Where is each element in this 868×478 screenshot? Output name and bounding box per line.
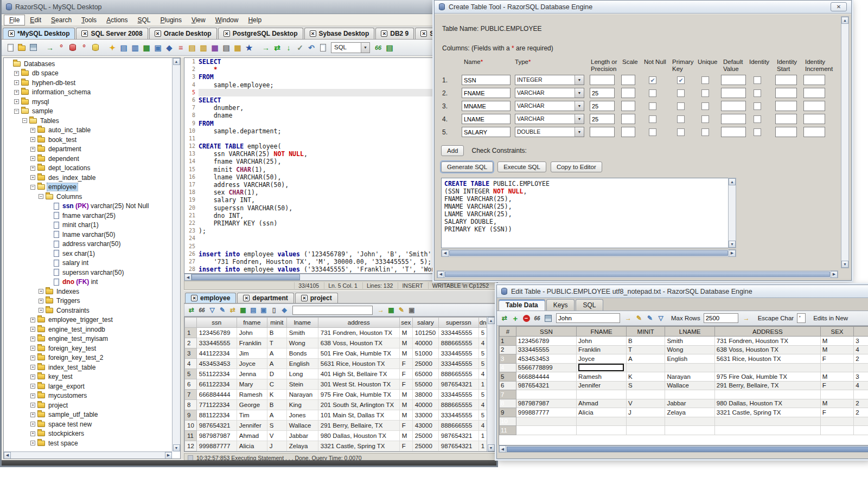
default-value-input[interactable] <box>721 75 746 85</box>
results-cell[interactable]: J <box>267 441 286 451</box>
tree-expander-icon[interactable]: + <box>30 166 35 171</box>
scale-input[interactable] <box>621 127 635 137</box>
unique-checkbox[interactable] <box>701 89 709 97</box>
generate-sql-icon[interactable]: ▤ <box>248 305 258 315</box>
edit-cell[interactable]: John <box>577 337 627 346</box>
results-cell[interactable]: A <box>267 348 286 359</box>
not-null-checkbox[interactable] <box>649 128 656 136</box>
results-column-header[interactable]: address <box>318 318 399 328</box>
edit-cell[interactable] <box>714 363 820 372</box>
results-column-header[interactable]: fname <box>237 318 267 328</box>
results-cell[interactable]: S <box>267 421 286 431</box>
row-number[interactable]: 6 <box>185 379 197 390</box>
table-row[interactable]: 45566778899 <box>500 363 868 372</box>
chevron-down-icon[interactable]: ▼ <box>361 43 369 53</box>
row-number[interactable]: 5 <box>500 372 516 382</box>
results-cell[interactable]: D <box>267 369 286 379</box>
identity-increment-input[interactable] <box>803 75 825 85</box>
row-number[interactable]: 10 <box>500 417 516 426</box>
table-row[interactable]: 10987654321JenniferSWallace291 Berry, Be… <box>185 421 491 431</box>
open-file-icon[interactable] <box>16 42 27 53</box>
scroll-up-icon[interactable]: ▲ <box>488 317 495 324</box>
filter-icon[interactable]: ▽ <box>656 313 666 323</box>
edit-column-header[interactable]: # <box>500 327 516 337</box>
results-cell[interactable]: 123456789 <box>196 328 237 338</box>
edit-column-header[interactable]: SSN <box>516 327 576 337</box>
results-cell[interactable]: Alicia <box>237 441 267 451</box>
primary-key-checkbox[interactable] <box>677 115 685 123</box>
results-cell[interactable]: M <box>399 348 412 359</box>
row-number[interactable]: 11 <box>185 431 197 441</box>
column-type-select[interactable]: DOUBLE▼ <box>515 127 584 137</box>
edit-cell[interactable] <box>820 390 853 399</box>
menu-item-help[interactable]: Help <box>243 15 266 25</box>
results-cell[interactable]: 333445555 <box>438 390 478 400</box>
chevron-down-icon[interactable]: ▼ <box>575 114 584 124</box>
commit-icon[interactable] <box>67 42 78 53</box>
table-row[interactable]: 4453453453JoyceAEnglish5631 Rice, Housto… <box>185 359 491 369</box>
results-cell[interactable]: 666884444 <box>196 390 237 400</box>
edit-cell[interactable]: 2 <box>854 399 868 408</box>
results-search-input[interactable] <box>292 306 373 315</box>
alter-table-icon[interactable]: ▦ <box>209 42 220 53</box>
execute-fetch-icon[interactable]: ↓ <box>283 42 294 53</box>
max-rows-go-icon[interactable]: → <box>742 313 751 323</box>
menu-item-edit[interactable]: Edit <box>25 15 46 25</box>
results-cell[interactable]: Wallace <box>286 421 318 431</box>
edit-cell[interactable] <box>516 390 576 399</box>
tree-item-engine-test-innodb[interactable]: +engine_test_innodb <box>4 325 172 334</box>
tree-expander-icon[interactable]: + <box>30 374 35 379</box>
execute-sql-button[interactable]: Execute SQL <box>497 162 546 172</box>
results-cell[interactable]: F <box>399 359 412 369</box>
tree-horizontal-scrollbar[interactable]: ◀ ▶ <box>4 451 172 458</box>
results-cell[interactable]: 291 Berry, Bellaire, TX <box>318 421 399 431</box>
length-precision-input[interactable] <box>590 75 615 85</box>
undo-icon[interactable]: ↶ <box>306 42 317 53</box>
column-name-input[interactable] <box>462 101 510 111</box>
row-search-input[interactable] <box>556 313 620 323</box>
scroll-down-icon[interactable]: ▼ <box>729 241 736 248</box>
edit-cell[interactable] <box>627 417 665 426</box>
scale-input[interactable] <box>621 88 635 98</box>
save-results-icon[interactable]: ▣ <box>407 305 417 315</box>
tree-expander-icon[interactable]: − <box>30 185 35 190</box>
edit-cell[interactable]: English <box>665 354 714 364</box>
scrollbar-thumb[interactable] <box>445 272 830 277</box>
tree-item-salary-int[interactable]: salary int <box>4 259 172 268</box>
edit-cell[interactable]: 5566778899 <box>516 363 576 372</box>
identity-checkbox[interactable] <box>754 89 761 97</box>
edit-column-header[interactable] <box>854 327 868 337</box>
identity-checkbox[interactable] <box>754 115 761 123</box>
results-cell[interactable]: 661122334 <box>196 379 237 390</box>
results-cell[interactable]: 771122334 <box>196 400 237 410</box>
messages-icon[interactable]: ▤ <box>384 42 395 53</box>
results-cell[interactable]: 333445555 <box>438 328 478 338</box>
export2-icon[interactable]: ▦ <box>386 305 396 315</box>
edit-cell[interactable]: Ramesh <box>577 372 627 382</box>
identity-increment-input[interactable] <box>803 88 825 98</box>
results-cell[interactable]: 441122334 <box>196 348 237 359</box>
tree-expander-icon[interactable]: + <box>30 412 35 417</box>
results-cell[interactable]: 980 Dallas, Houston TX <box>318 431 399 441</box>
results-cell[interactable]: 33000 <box>412 410 438 421</box>
tree-item-triggers[interactable]: +Triggers <box>4 296 172 306</box>
tree-item-test-space[interactable]: +test space <box>4 438 172 448</box>
results-cell[interactable]: 453453453 <box>196 359 237 369</box>
highlight-icon[interactable]: ✎ <box>634 313 644 323</box>
max-rows-input[interactable] <box>704 313 738 323</box>
tree-expander-icon[interactable]: + <box>30 175 35 180</box>
edit-cell[interactable] <box>665 426 714 435</box>
edit-cell[interactable] <box>854 426 868 435</box>
row-number[interactable]: 9 <box>185 410 197 421</box>
row-number[interactable]: 12 <box>185 441 197 451</box>
row-number[interactable]: 5 <box>185 369 197 379</box>
focused-cell-editor[interactable] <box>578 364 624 371</box>
column-type-select[interactable]: VARCHAR▼ <box>515 88 584 98</box>
tree-item-engine-test-myisam[interactable]: +engine_test_myisam <box>4 334 172 344</box>
results-cell[interactable]: F <box>399 441 412 451</box>
tree-item-superssn-varchar-50-[interactable]: superssn varchar(50) <box>4 268 172 277</box>
connection-tab[interactable]: ✕PostgreSQL Desktop <box>218 28 303 39</box>
tree-expander-icon[interactable]: + <box>39 308 43 313</box>
table-row[interactable]: 9999887777AliciaJZelaya3321 Castle, Spri… <box>500 408 868 417</box>
tree-expander-icon[interactable]: + <box>39 289 43 294</box>
